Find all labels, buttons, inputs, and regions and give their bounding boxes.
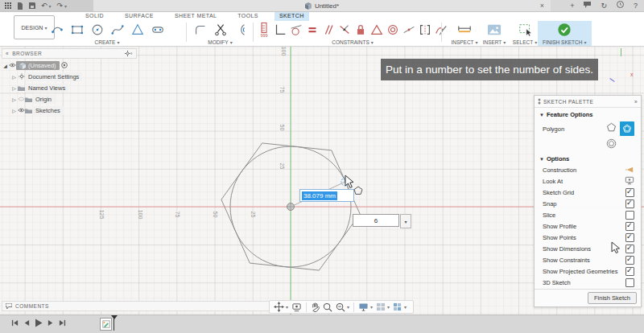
- sketch-palette-header[interactable]: SKETCH PALETTE »: [535, 96, 641, 108]
- sketch-dimension-icon[interactable]: 999: [256, 21, 272, 39]
- parallel-constraint-icon[interactable]: [320, 21, 336, 39]
- browser-item-named-views[interactable]: ▷ Named Views: [10, 83, 137, 93]
- polygon-tool-icon[interactable]: [127, 21, 147, 39]
- collapsed-arrow-icon[interactable]: ▷: [10, 97, 18, 102]
- concentric-constraint-icon[interactable]: [385, 21, 401, 39]
- select-box-icon[interactable]: [515, 21, 535, 39]
- perpendicular-constraint-icon[interactable]: [272, 21, 288, 39]
- circle-tool-icon[interactable]: [87, 21, 107, 39]
- palette-option-show-points[interactable]: Show Points: [535, 232, 641, 243]
- timeline-position-marker[interactable]: [114, 316, 114, 331]
- tangent-constraint-icon[interactable]: [288, 21, 304, 39]
- tab-solid[interactable]: SOLID: [80, 11, 109, 21]
- rectangle-tool-icon[interactable]: [67, 21, 87, 39]
- create-dropdown[interactable]: CREATE: [95, 39, 120, 45]
- palette-option-look-at[interactable]: Look At: [535, 175, 641, 187]
- coincident-constraint-icon[interactable]: [336, 21, 353, 39]
- fit-zoom-window-icon[interactable]: [334, 301, 351, 313]
- orbit-icon[interactable]: [290, 301, 303, 313]
- trim-tool-icon[interactable]: [210, 21, 230, 39]
- palette-option-show-constraints[interactable]: Show Constraints: [535, 254, 641, 265]
- browser-item-document-settings[interactable]: ▷ Document Settings: [10, 72, 137, 82]
- eye-dimmed-icon[interactable]: [18, 97, 25, 102]
- browser-gear-icon[interactable]: [125, 51, 130, 57]
- activate-radio-icon[interactable]: [61, 62, 68, 69]
- fillet-tool-icon[interactable]: [190, 21, 210, 39]
- palette-option-show-projected-geometries[interactable]: Show Projected Geometries: [535, 265, 641, 277]
- help-icon[interactable]: ?: [634, 0, 638, 11]
- circumscribed-polygon-button[interactable]: [620, 121, 634, 136]
- inscribed-polygon-icon[interactable]: [605, 121, 617, 137]
- palette-option-show-profile[interactable]: Show Profile: [535, 220, 641, 232]
- viewports-icon[interactable]: [391, 301, 408, 313]
- skip-to-end-icon[interactable]: [59, 319, 66, 327]
- sides-count-input[interactable]: 6: [353, 214, 399, 227]
- expand-arrow-icon[interactable]: ◢: [2, 63, 9, 68]
- radius-dimension-value[interactable]: 38.079 mm: [302, 191, 337, 200]
- edge-polygon-icon[interactable]: [605, 138, 617, 153]
- clock-icon[interactable]: [617, 0, 624, 11]
- browser-item-document[interactable]: ◢ (Unsaved): [2, 60, 137, 71]
- slot-tool-icon[interactable]: [147, 21, 167, 39]
- feature-options-section[interactable]: ▼Feature Options: [535, 108, 641, 120]
- palette-option-show-dimensions[interactable]: Show Dimensions: [535, 243, 641, 254]
- skip-to-start-icon[interactable]: [11, 319, 19, 327]
- undo-icon[interactable]: ↶: [41, 0, 52, 12]
- sketch-grid-checkbox[interactable]: [625, 188, 634, 197]
- finish-sketch-check-icon[interactable]: [555, 21, 575, 39]
- line-tool-icon[interactable]: [47, 21, 67, 39]
- equal-constraint-icon[interactable]: [304, 21, 320, 39]
- triangle-constraint-icon[interactable]: [369, 21, 385, 39]
- eye-icon[interactable]: [18, 108, 25, 113]
- inspect-measure-icon[interactable]: [455, 21, 475, 39]
- pan-icon[interactable]: [272, 301, 290, 313]
- select-dropdown[interactable]: SELECT: [513, 39, 537, 45]
- file-menu-icon[interactable]: [17, 2, 23, 10]
- snap-checkbox[interactable]: [625, 199, 634, 208]
- radius-dimension-input[interactable]: 38.079 mm: [299, 189, 354, 202]
- collapse-panel-icon[interactable]: «: [6, 51, 9, 56]
- save-icon[interactable]: [29, 2, 35, 9]
- finish-sketch-button[interactable]: Finish Sketch: [588, 292, 637, 304]
- palette-grip-icon[interactable]: [538, 98, 541, 105]
- eye-icon[interactable]: [9, 63, 16, 68]
- tab-sheet-metal[interactable]: SHEET METAL: [170, 11, 221, 21]
- palette-collapse-icon[interactable]: »: [634, 99, 638, 105]
- browser-header[interactable]: « BROWSER ›: [2, 48, 137, 59]
- expand-panel-icon[interactable]: ›: [130, 51, 133, 56]
- palette-option-sketch-grid[interactable]: Sketch Grid: [535, 187, 641, 198]
- fix-lock-constraint-icon[interactable]: [353, 21, 369, 39]
- sides-spinner-icon[interactable]: ▾: [400, 214, 411, 228]
- timeline-sketch-feature-icon[interactable]: [100, 318, 112, 331]
- midpoint-constraint-icon[interactable]: [401, 21, 417, 39]
- close-tab-icon[interactable]: ×: [540, 0, 544, 11]
- step-forward-icon[interactable]: [47, 319, 54, 327]
- constraints-dropdown[interactable]: CONSTRAINTS: [332, 39, 374, 45]
- step-back-icon[interactable]: [23, 319, 30, 327]
- offset-tool-icon[interactable]: [230, 21, 250, 39]
- tab-surface[interactable]: SURFACE: [120, 11, 159, 21]
- insert-image-icon[interactable]: [485, 21, 505, 39]
- display-settings-icon[interactable]: [357, 301, 374, 313]
- zoom-icon[interactable]: [321, 301, 334, 313]
- spline-tool-icon[interactable]: [107, 21, 127, 39]
- collapsed-arrow-icon[interactable]: ▷: [10, 85, 18, 91]
- play-icon[interactable]: [35, 319, 43, 327]
- comment-bubble-icon[interactable]: [584, 0, 591, 11]
- insert-dropdown[interactable]: INSERT: [483, 39, 506, 45]
- hand-pan-icon[interactable]: [309, 301, 321, 313]
- palette-option-snap[interactable]: Snap: [535, 198, 641, 209]
- app-grid-icon[interactable]: [5, 2, 11, 9]
- tab-sketch[interactable]: SKETCH: [275, 11, 309, 21]
- show-constraints-checkbox[interactable]: [625, 256, 634, 265]
- document-tab[interactable]: Untitled* ×: [93, 0, 551, 11]
- new-tab-icon[interactable]: +: [570, 0, 574, 11]
- group-finish-sketch[interactable]: FINISH SKETCH: [538, 21, 592, 46]
- slice-checkbox[interactable]: [625, 211, 634, 220]
- modify-dropdown[interactable]: MODIFY: [208, 39, 232, 45]
- symmetry-constraint-icon[interactable]: [417, 21, 433, 39]
- grid-settings-icon[interactable]: [374, 301, 391, 313]
- show-points-checkbox[interactable]: [625, 233, 634, 242]
- browser-item-sketches[interactable]: ▷ Sketches: [10, 105, 137, 116]
- sync-icon[interactable]: ↻: [601, 0, 607, 11]
